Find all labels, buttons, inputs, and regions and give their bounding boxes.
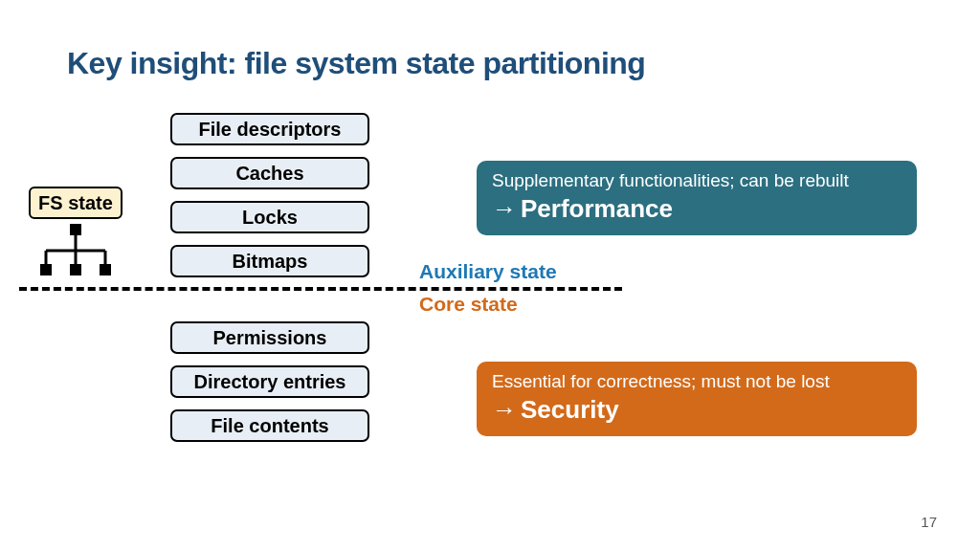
page-number: 17 (921, 514, 937, 530)
arrow-right-icon: → (492, 395, 517, 425)
state-box-directory-entries: Directory entries (170, 365, 369, 398)
arrow-right-icon: → (492, 194, 517, 224)
state-column: File descriptors Caches Locks Bitmaps Pe… (170, 113, 369, 453)
svg-rect-7 (70, 264, 81, 276)
core-state-label: Core state (419, 293, 518, 316)
state-box-permissions: Permissions (170, 321, 369, 354)
callout-security: Essential for correctness; must not be l… (477, 362, 917, 436)
callout-performance-keyword: Performance (521, 194, 673, 223)
state-box-file-contents: File contents (170, 409, 369, 442)
callout-security-main: →Security (492, 395, 902, 425)
partition-divider (19, 287, 622, 291)
hierarchy-icon (36, 222, 115, 279)
fs-state-box: FS state (29, 187, 122, 219)
state-box-caches: Caches (170, 157, 369, 189)
state-box-file-descriptors: File descriptors (170, 113, 369, 145)
callout-performance-main: →Performance (492, 194, 902, 224)
callout-security-keyword: Security (521, 395, 619, 424)
state-box-bitmaps: Bitmaps (170, 245, 369, 277)
svg-rect-6 (40, 264, 52, 276)
callout-performance-desc: Supplementary functionalities; can be re… (492, 170, 902, 192)
svg-rect-0 (70, 224, 81, 235)
auxiliary-state-label: Auxiliary state (419, 260, 557, 283)
callout-performance: Supplementary functionalities; can be re… (477, 161, 917, 235)
svg-rect-8 (100, 264, 111, 276)
state-box-locks: Locks (170, 201, 369, 233)
slide-title: Key insight: file system state partition… (67, 46, 645, 81)
callout-security-desc: Essential for correctness; must not be l… (492, 371, 902, 393)
